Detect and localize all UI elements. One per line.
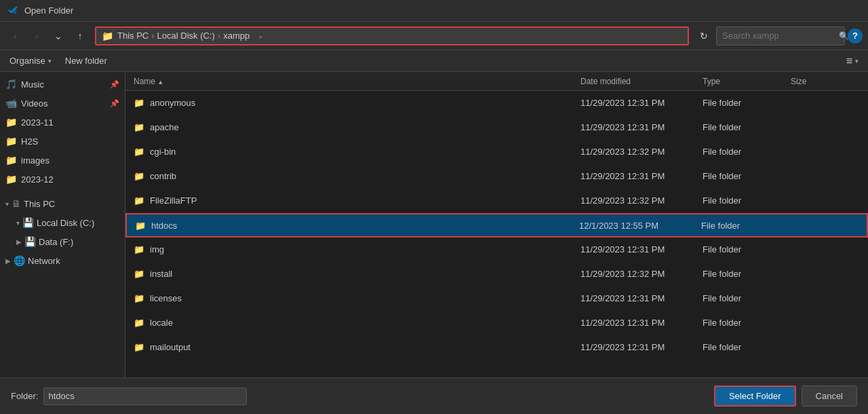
sidebar-item-thispc[interactable]: ▾ 🖥 This PC (0, 194, 125, 213)
sidebar-item-label: images (21, 155, 50, 166)
folder-icon: 📁 (135, 221, 146, 231)
file-name: apache (150, 122, 179, 132)
forward-button[interactable]: › (27, 26, 46, 45)
col-type[interactable]: Type (700, 77, 788, 86)
folder-input[interactable] (43, 388, 247, 405)
network-icon: 🌐 (14, 255, 25, 266)
table-row[interactable]: 📁 anonymous 11/29/2023 12:31 PM File fol… (125, 91, 868, 115)
file-date: 11/29/2023 12:31 PM (578, 122, 700, 132)
sidebar-item-dataf[interactable]: ▶ 💾 Data (F:) (0, 232, 125, 251)
vscode-icon (8, 5, 19, 16)
folder-icon-2023-11: 📁 (5, 117, 17, 128)
table-row[interactable]: 📁 mailoutput 11/29/2023 12:31 PM File fo… (125, 335, 868, 360)
file-name: contrib (150, 171, 176, 181)
file-name: htdocs (151, 221, 177, 231)
table-row[interactable]: 📁 locale 11/29/2023 12:31 PM File folder (125, 311, 868, 335)
folder-input-group: Folder: (11, 388, 247, 405)
video-folder-icon: 📹 (5, 98, 17, 109)
sidebar-item-music[interactable]: 🎵 Music 📌 (0, 75, 125, 94)
refresh-button[interactable]: ↻ (694, 26, 713, 45)
sidebar-item-label: Network (28, 256, 60, 266)
table-row[interactable]: 📁 contrib 11/29/2023 12:31 PM File folde… (125, 164, 868, 189)
sidebar-item-label: Data (F:) (39, 237, 73, 247)
up-button[interactable]: ↑ (71, 26, 90, 45)
cancel-button[interactable]: Cancel (802, 385, 857, 407)
computer-icon: 🖥 (12, 198, 21, 209)
folder-icon: 📁 (134, 293, 144, 303)
col-date[interactable]: Date modified (578, 77, 700, 86)
folder-icon: 📁 (134, 122, 144, 132)
view-button[interactable]: ≡ ▾ (842, 54, 863, 69)
sidebar-item-localdisk[interactable]: ▾ 💾 Local Disk (C:) (0, 213, 125, 232)
sidebar-item-2023-12[interactable]: 📁 2023-12 (0, 170, 125, 189)
file-type: File folder (700, 293, 788, 303)
file-header: Name ▲ Date modified Type Size (125, 72, 868, 91)
folder-icon-h2s: 📁 (5, 136, 17, 147)
sidebar-item-label: 2023-11 (21, 117, 54, 128)
file-name: mailoutput (150, 342, 191, 352)
search-input[interactable] (722, 31, 836, 41)
table-row[interactable]: 📁 cgi-bin 11/29/2023 12:32 PM File folde… (125, 140, 868, 164)
title-bar: Open Folder (0, 0, 868, 22)
pin-icon-2: 📌 (110, 99, 119, 108)
sidebar-item-images[interactable]: 📁 images (0, 151, 125, 170)
table-row[interactable]: 📁 img 11/29/2023 12:31 PM File folder (125, 238, 868, 262)
folder-icon: 📁 (134, 342, 144, 352)
sidebar-item-2023-11[interactable]: 📁 2023-11 (0, 113, 125, 132)
sidebar: 🎵 Music 📌 📹 Videos 📌 📁 2023-11 📁 H2S 📁 i… (0, 72, 125, 377)
select-folder-button[interactable]: Select Folder (714, 385, 796, 407)
breadcrumb: This PC › Local Disk (C:) › xampp (117, 31, 250, 41)
title-bar-text: Open Folder (24, 5, 73, 16)
main-layout: 🎵 Music 📌 📹 Videos 📌 📁 2023-11 📁 H2S 📁 i… (0, 72, 868, 377)
address-dropdown-button[interactable]: ⌄ (254, 32, 267, 39)
folder-icon: 📁 (134, 195, 144, 206)
breadcrumb-xampp: xampp (223, 31, 250, 41)
search-box[interactable]: 🔍 (716, 26, 845, 45)
folder-icon: 📁 (134, 98, 144, 108)
expand-chevron: ▾ (5, 200, 9, 208)
sidebar-item-label: Local Disk (C:) (37, 218, 94, 228)
breadcrumb-localdisk: Local Disk (C:) (157, 31, 215, 41)
folder-icon: 📁 (134, 171, 144, 181)
pin-icon: 📌 (110, 80, 119, 89)
col-name[interactable]: Name ▲ (131, 77, 578, 86)
expand-chevron-3: ▶ (16, 238, 22, 246)
table-row[interactable]: 📁 install 11/29/2023 12:32 PM File folde… (125, 262, 868, 286)
sidebar-item-network[interactable]: ▶ 🌐 Network (0, 251, 125, 270)
file-date: 11/29/2023 12:31 PM (578, 318, 700, 328)
expand-chevron-4: ▶ (5, 257, 11, 265)
table-row-selected[interactable]: 📁 htdocs 12/1/2023 12:55 PM File folder (125, 213, 868, 238)
action-bar: Organise ▾ New folder ≡ ▾ (0, 50, 868, 72)
table-row[interactable]: 📁 FileZillaFTP 11/29/2023 12:32 PM File … (125, 189, 868, 213)
file-date: 11/29/2023 12:32 PM (578, 269, 700, 279)
file-type: File folder (700, 195, 788, 206)
sidebar-item-label: H2S (21, 136, 38, 147)
toolbar: ‹ › ⌄ ↑ 📁 This PC › Local Disk (C:) › xa… (0, 22, 868, 50)
table-row[interactable]: 📁 apache 11/29/2023 12:31 PM File folder (125, 115, 868, 140)
folder-icon: 📁 (134, 269, 144, 279)
folder-icon: 📁 (134, 244, 144, 255)
address-bar[interactable]: 📁 This PC › Local Disk (C:) › xampp ⌄ (95, 26, 689, 45)
organise-button[interactable]: Organise ▾ (5, 54, 56, 67)
file-date: 11/29/2023 12:32 PM (578, 147, 700, 157)
folder-icon: 📁 (134, 147, 144, 157)
back-button[interactable]: ‹ (5, 26, 24, 45)
file-date: 12/1/2023 12:55 PM (576, 221, 698, 231)
new-folder-button[interactable]: New folder (61, 54, 111, 67)
col-size[interactable]: Size (788, 77, 842, 86)
sidebar-item-h2s[interactable]: 📁 H2S (0, 132, 125, 151)
help-button[interactable]: ? (848, 29, 863, 43)
sidebar-item-videos[interactable]: 📹 Videos 📌 (0, 94, 125, 113)
address-folder-icon: 📁 (102, 31, 113, 41)
table-row[interactable]: 📁 licenses 11/29/2023 12:31 PM File fold… (125, 286, 868, 311)
file-type: File folder (700, 122, 788, 132)
file-type: File folder (700, 98, 788, 108)
file-date: 11/29/2023 12:31 PM (578, 342, 700, 352)
breadcrumb-thispc: This PC (117, 31, 149, 41)
dropdown-button[interactable]: ⌄ (49, 26, 68, 45)
sidebar-item-label: Videos (21, 98, 48, 109)
sidebar-item-label: This PC (24, 199, 55, 209)
folder-icon-2023-12: 📁 (5, 174, 17, 185)
file-type: File folder (700, 318, 788, 328)
file-date: 11/29/2023 12:31 PM (578, 293, 700, 303)
